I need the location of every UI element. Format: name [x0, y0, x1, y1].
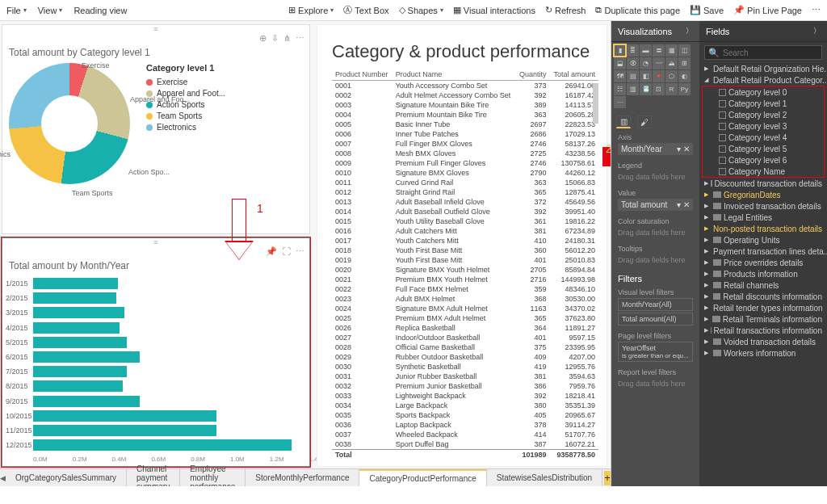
- fields-table[interactable]: ▶Retail Terminals information: [699, 313, 827, 325]
- viz-type-icon[interactable]: ⊞: [678, 57, 691, 69]
- table-row[interactable]: 0015Youth Utility Baseball Glove36119816…: [332, 216, 598, 226]
- table-row[interactable]: 0001Youth Accessory Combo Set37326941.06: [332, 81, 598, 91]
- table-row[interactable]: 0019Youth First Base Mitt40125010.83: [332, 255, 598, 265]
- sheet-tab[interactable]: Employee monthly performance: [180, 469, 246, 487]
- fields-table[interactable]: ▶Payment transaction lines deta...: [699, 246, 827, 257]
- fields-search-input[interactable]: [723, 48, 818, 57]
- legend-item[interactable]: Exercise: [146, 78, 225, 86]
- viz-type-icon[interactable]: ⋯: [614, 96, 626, 108]
- field-checkbox[interactable]: [719, 157, 726, 164]
- reading-view-btn[interactable]: Reading view: [73, 6, 127, 15]
- table-row[interactable]: 0003Signature Mountain Bike Tire38914113…: [332, 100, 598, 110]
- fields-table[interactable]: ▶Retail discounts information: [699, 291, 827, 302]
- viz-type-icon[interactable]: 〓: [653, 44, 665, 57]
- column-header[interactable]: Product Name: [393, 69, 516, 81]
- viz-type-icon[interactable]: 〰: [653, 57, 665, 69]
- scrollbar-thumb[interactable]: [593, 83, 598, 124]
- table-row[interactable]: 0020Signature BMX Youth Helmet270585894.…: [332, 265, 598, 275]
- table-row[interactable]: 0021Premium BMX Youth Helmet2716144993.9…: [332, 275, 598, 284]
- table-row[interactable]: 0016Adult Catchers Mitt38167234.89: [332, 226, 598, 236]
- visual-filter[interactable]: Total amount(All): [618, 313, 693, 326]
- table-row[interactable]: 0004Premium Mountain Bike Tire36320605.2…: [332, 110, 598, 120]
- table-row[interactable]: 0026Replica Basketball36411891.27: [332, 323, 598, 333]
- table-row[interactable]: 0028Official Game Basketball37523395.95: [332, 342, 598, 352]
- bar-row[interactable]: 5/2015: [33, 335, 309, 350]
- table-row[interactable]: 0024Signature BMX Adult Helmet116334370.…: [332, 304, 598, 313]
- viz-type-icon[interactable]: ☷: [614, 83, 626, 95]
- table-row[interactable]: 0033Lightweight Backpack39218218.41: [332, 391, 598, 401]
- textbox-btn[interactable]: Ⓐ Text Box: [343, 4, 388, 16]
- table-row[interactable]: 0006Inner Tube Patches268617029.13: [332, 129, 598, 139]
- axis-well[interactable]: Axis Month/Year▾ ✕: [611, 130, 699, 158]
- viz-type-icon[interactable]: 🔻: [653, 70, 665, 82]
- field-checkbox[interactable]: [719, 134, 726, 141]
- table-row[interactable]: 0030Synthetic Basketball41912955.76: [332, 362, 598, 372]
- fields-table[interactable]: ▶Retail transactions information: [699, 325, 827, 336]
- page-filter[interactable]: YearOffset is greater than or equ...: [618, 342, 693, 362]
- fields-column[interactable]: Category level 4: [703, 132, 824, 143]
- tile-more-icon[interactable]: ⋯: [296, 33, 304, 44]
- table-row[interactable]: 0027Indoor/Outdoor Basketball4019597.15: [332, 333, 598, 342]
- viz-type-icon[interactable]: ▮: [614, 44, 626, 57]
- fields-column[interactable]: Category level 1: [703, 98, 824, 109]
- viz-type-icon[interactable]: ◐: [678, 70, 691, 82]
- fields-table[interactable]: ▶Retail tender types information: [699, 302, 827, 313]
- viz-type-icon[interactable]: 🗺: [614, 70, 626, 82]
- table-row[interactable]: 0005Basic Inner Tube269722823.53: [332, 120, 598, 129]
- bar-row[interactable]: 7/2015: [33, 364, 309, 379]
- sheet-tab[interactable]: CategoryProductPerformance: [359, 469, 486, 487]
- fields-search[interactable]: 🔍: [704, 45, 822, 60]
- viz-type-icon[interactable]: ⬡: [665, 70, 678, 82]
- column-header[interactable]: Total amount: [550, 69, 598, 81]
- viz-type-icon[interactable]: 📇: [640, 83, 652, 95]
- shapes-btn[interactable]: ◇ Shapes▾: [399, 5, 443, 15]
- table-row[interactable]: 0011Curved Grind Rail36315066.83: [332, 178, 598, 187]
- viz-type-icon[interactable]: ◫: [678, 44, 691, 57]
- table-row[interactable]: 0013Adult Baseball Infield Glove37245649…: [332, 197, 598, 207]
- table-row[interactable]: 0038Sport Duffel Bag38716072.21: [332, 439, 598, 450]
- table-row[interactable]: 0034Large Backpack38035351.39: [332, 401, 598, 410]
- fields-table[interactable]: ▶Products information: [699, 268, 827, 279]
- viz-type-icon[interactable]: ⬓: [614, 57, 626, 69]
- table-row[interactable]: 0009Premium Full Finger Gloves2746130758…: [332, 158, 598, 168]
- field-checkbox[interactable]: [719, 100, 726, 107]
- fields-table[interactable]: ▶Operating Units: [699, 234, 827, 246]
- visual-interactions-btn[interactable]: ▦ Visual interactions: [453, 5, 535, 15]
- viz-type-icon[interactable]: R: [665, 83, 678, 95]
- bar-row[interactable]: 3/2015: [33, 305, 309, 320]
- bar-row[interactable]: 10/2015: [33, 409, 309, 423]
- fields-table[interactable]: ▶Default Retail Organization Hie...: [699, 63, 827, 74]
- fields-table[interactable]: ◢Default Retail Product Categor...: [699, 74, 827, 86]
- bar-row[interactable]: 11/2015: [33, 423, 309, 438]
- table-row[interactable]: 0007Full Finger BMX Gloves274658137.26: [332, 139, 598, 149]
- table-row[interactable]: 0025Premium BMX Adult Helmet36537623.80: [332, 313, 598, 323]
- donut-chart[interactable]: [9, 63, 130, 184]
- format-tab[interactable]: 🖌: [637, 116, 652, 128]
- fields-column[interactable]: Category level 0: [703, 86, 824, 98]
- table-row[interactable]: 0037Wheeled Backpack41451707.76: [332, 430, 598, 439]
- table-row[interactable]: 0018Youth First Base Mitt36056012.20: [332, 246, 598, 255]
- table-row[interactable]: 0012Straight Grind Rail36512875.41: [332, 187, 598, 197]
- viz-type-icon[interactable]: ⦿: [627, 57, 639, 69]
- fields-column[interactable]: Category level 5: [703, 143, 824, 154]
- column-header[interactable]: Product Number: [332, 69, 393, 81]
- file-menu[interactable]: File▾: [6, 6, 27, 15]
- legend-well[interactable]: Legend Drag data fields here: [611, 158, 699, 186]
- field-checkbox[interactable]: [719, 168, 726, 175]
- visualizations-header[interactable]: Visualizations〉: [611, 21, 699, 42]
- drill-down-icon[interactable]: ⇩: [271, 33, 279, 44]
- save-btn[interactable]: 💾 Save: [690, 5, 724, 15]
- table-row[interactable]: 0032Premium Junior Basketball3867959.76: [332, 381, 598, 391]
- legend-item[interactable]: Team Sports: [146, 111, 225, 120]
- table-tile[interactable]: Category & product performance Product N…: [317, 24, 607, 467]
- explore-btn[interactable]: ⊞ Explore▾: [288, 5, 334, 15]
- bar-row[interactable]: 6/2015: [33, 350, 309, 364]
- table-row[interactable]: 0023Adult BMX Helmet36830530.00: [332, 294, 598, 304]
- viz-type-icon[interactable]: ◧: [640, 70, 652, 82]
- pin-live-btn[interactable]: 📌 Pin Live Page: [733, 5, 802, 15]
- fields-table[interactable]: ▶Discounted transaction details: [699, 178, 827, 189]
- table-row[interactable]: 0036Laptop Backpack37839114.27: [332, 420, 598, 430]
- drill-up-icon[interactable]: ⊕: [259, 33, 267, 44]
- fields-table[interactable]: ▶Legal Entities: [699, 212, 827, 223]
- bar-row[interactable]: 9/2015: [33, 394, 309, 409]
